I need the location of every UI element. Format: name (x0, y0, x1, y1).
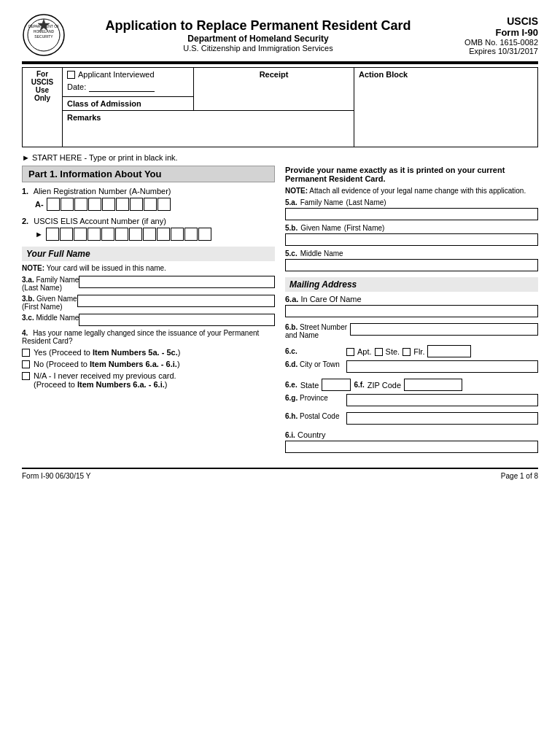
item1-alien-number: 1. Alien Registration Number (A-Number) … (22, 187, 275, 211)
dept-name: Department of Homeland Security (73, 34, 443, 44)
a-box-5[interactable] (102, 198, 115, 211)
a-box-7[interactable] (130, 198, 143, 211)
elis-box-1[interactable] (46, 228, 59, 241)
bottom-divider (22, 468, 538, 469)
apt-checkbox[interactable] (346, 348, 354, 356)
agency-name: U.S. Citizenship and Immigration Service… (73, 44, 443, 53)
remarks-cell: Remarks (63, 111, 354, 147)
a-prefix: A- (35, 200, 44, 209)
item6i-country: 6.i. Country (285, 430, 538, 453)
date-label: Date: (67, 82, 86, 91)
full-name-note: NOTE: Your card will be issued in this n… (22, 264, 275, 272)
no-checkbox[interactable] (22, 360, 30, 368)
family-name-input-5a[interactable] (285, 208, 538, 220)
street-input[interactable] (350, 323, 538, 336)
footer: Form I-90 06/30/15 Y Page 1 of 8 (22, 472, 538, 480)
provide-name-text: Provide your name exactly as it is print… (285, 166, 538, 183)
item6h-postal: 6.h. Postal Code (285, 412, 538, 425)
given-name-input-3b[interactable] (77, 295, 275, 307)
elis-prefix: ► (35, 230, 43, 239)
uscis-use-table: For USCIS Use Only Applicant Interviewed… (22, 67, 538, 147)
class-admission-cell: Class of Admission (63, 97, 194, 111)
zip-input[interactable] (404, 379, 462, 391)
elis-boxes[interactable] (46, 228, 211, 241)
date-input[interactable] (89, 82, 155, 92)
applicant-interviewed-checkbox[interactable] (67, 71, 75, 79)
action-block-cell: Action Block (354, 68, 538, 147)
item5a-family-name: 5.a. Family Name (Last Name) (285, 198, 538, 220)
item6g-province: 6.g. Province (285, 394, 538, 406)
country-input[interactable] (285, 441, 538, 453)
item4-no: No (Proceed to Item Numbers 6.a. - 6.i.) (22, 360, 275, 368)
na-checkbox[interactable] (22, 372, 30, 380)
a-box-8[interactable] (144, 198, 157, 211)
care-of-input[interactable] (285, 305, 538, 317)
item4-na: N/A - I never received my previous card.… (22, 371, 275, 389)
item6b-street: 6.b. Street Number and Name (285, 323, 538, 339)
a-box-3[interactable] (74, 198, 88, 211)
given-name-input-5b[interactable] (285, 233, 538, 246)
applicant-interviewed-label: Applicant Interviewed (78, 70, 155, 79)
elis-box-4[interactable] (88, 228, 101, 241)
uscis-seal: DEPARTMENT OF HOMELAND SECURITY (22, 13, 66, 57)
middle-name-input-3c[interactable] (79, 314, 275, 326)
elis-box-5[interactable] (101, 228, 114, 241)
left-column: Part 1. Information About You 1. Alien R… (22, 166, 275, 459)
remarks-label: Remarks (67, 113, 101, 122)
right-note: NOTE: Attach all evidence of your legal … (285, 187, 538, 195)
item6e-state-zip: 6.e. State 6.f. ZIP Code (285, 379, 538, 391)
province-input[interactable] (346, 394, 538, 406)
header-right: USCIS Form I-90 OMB No. 1615-0082 Expire… (451, 15, 538, 55)
uscis-left-col: Applicant Interviewed Date: (63, 68, 194, 97)
item4-yes: Yes (Proceed to Item Numbers 5a. - 5c.) (22, 348, 275, 357)
elis-box-3[interactable] (74, 228, 87, 241)
a-number-boxes[interactable] (47, 198, 171, 211)
elis-box-12[interactable] (198, 228, 211, 241)
elis-box-2[interactable] (60, 228, 73, 241)
class-label: Class of Admission (67, 99, 141, 108)
footer-left: Form I-90 06/30/15 Y (22, 472, 90, 480)
a-box-1[interactable] (47, 198, 60, 211)
elis-box-8[interactable] (143, 228, 156, 241)
family-name-input-3a[interactable] (79, 276, 275, 288)
item4-name-changed: 4. Has your name legally changed since t… (22, 329, 275, 389)
header: DEPARTMENT OF HOMELAND SECURITY Applicat… (22, 13, 538, 57)
elis-box-9[interactable] (157, 228, 170, 241)
state-input[interactable] (322, 379, 351, 391)
elis-box-10[interactable] (171, 228, 184, 241)
start-here: ► START HERE - Type or print in black in… (22, 153, 538, 162)
a-box-2[interactable] (61, 198, 74, 211)
main-content: Part 1. Information About You 1. Alien R… (22, 166, 538, 459)
elis-box-6[interactable] (115, 228, 128, 241)
item3a-family-name: 3.a. Family Name (Last Name) (22, 276, 275, 292)
middle-name-input-5c[interactable] (285, 259, 538, 271)
flr-checkbox[interactable] (402, 348, 411, 356)
svg-text:SECURITY: SECURITY (34, 34, 53, 39)
item5c-middle-name: 5.c. Middle Name (285, 249, 538, 271)
elis-box-11[interactable] (184, 228, 198, 241)
svg-text:HOMELAND: HOMELAND (34, 29, 55, 34)
elis-row: ► (35, 228, 275, 241)
elis-box-7[interactable] (129, 228, 142, 241)
header-center: Application to Replace Permanent Residen… (66, 18, 451, 53)
receipt-cell: Receipt (194, 68, 354, 111)
a-box-4[interactable] (88, 198, 101, 211)
item3c-middle-name: 3.c. Middle Name (22, 314, 275, 326)
uscis-label: USCIS (451, 15, 538, 27)
a-box-9[interactable] (158, 198, 171, 211)
right-column: Provide your name exactly as it is print… (285, 166, 538, 459)
a-box-6[interactable] (116, 198, 129, 211)
part1-header: Part 1. Information About You (22, 166, 275, 182)
ste-checkbox[interactable] (375, 348, 383, 356)
item6c-apt: 6.c. Apt. Ste. Flr. (285, 345, 538, 357)
yes-checkbox[interactable] (22, 349, 30, 357)
a-number-row: A- (35, 198, 275, 211)
item2-elis: 2. USCIS ELIS Account Number (if any) ► (22, 217, 275, 241)
city-input[interactable] (346, 360, 538, 373)
apt-number-input[interactable] (427, 345, 471, 357)
uscis-for-label: For USCIS Use Only (23, 68, 63, 147)
footer-right: Page 1 of 8 (501, 472, 538, 480)
item3b-given-name: 3.b. Given Name (First Name) (22, 295, 275, 311)
postal-input[interactable] (346, 412, 538, 425)
header-divider (22, 61, 538, 64)
